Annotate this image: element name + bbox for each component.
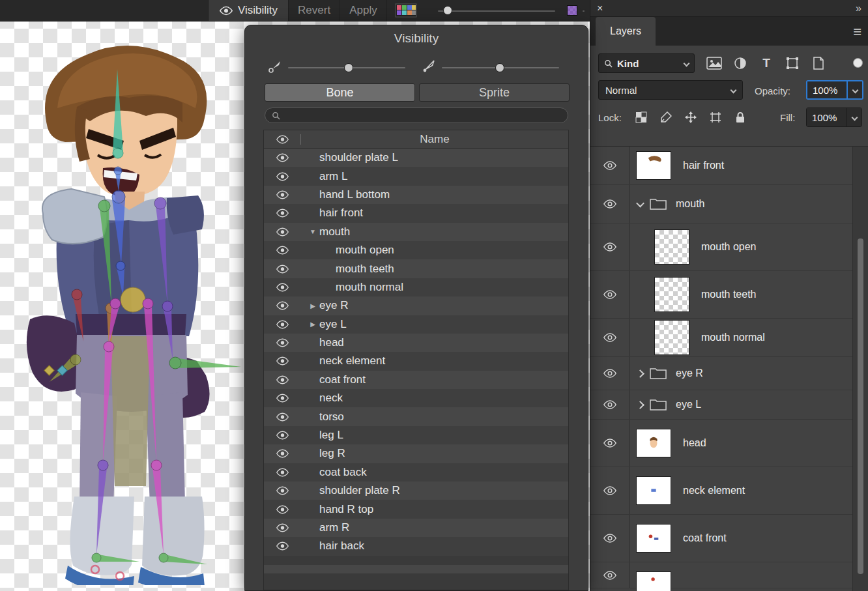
lock-all-icon[interactable]	[732, 110, 748, 124]
visibility-eye-toggle[interactable]	[264, 153, 300, 162]
visibility-eye-toggle[interactable]	[264, 283, 300, 292]
overlay-opacity-slider[interactable]	[438, 10, 555, 12]
layer-thumbnail[interactable]	[654, 320, 689, 355]
visibility-eye-toggle[interactable]	[264, 449, 300, 458]
bone-row[interactable]: hand L bottom	[264, 186, 568, 204]
visibility-eye-toggle[interactable]	[264, 412, 300, 422]
opacity-field[interactable]: 100%	[806, 80, 863, 100]
bone-row[interactable]: torso	[264, 407, 568, 425]
bone-row[interactable]: shoulder plate R	[264, 482, 568, 500]
layer-row[interactable]: eye L	[590, 390, 853, 420]
bone-row[interactable]: coat back	[264, 463, 568, 482]
lock-artboard-icon[interactable]	[708, 110, 723, 124]
bone-search-box[interactable]	[265, 108, 568, 123]
layer-row[interactable]: coat front	[590, 515, 853, 562]
bone-row[interactable]: head	[264, 334, 568, 352]
bone-row[interactable]: coat front	[264, 371, 568, 389]
layer-row[interactable]: mouth normal	[590, 319, 853, 357]
bone-row[interactable]: mouth teeth	[264, 259, 568, 278]
visibility-eye-toggle[interactable]	[264, 394, 300, 403]
visibility-eye-toggle[interactable]	[264, 431, 300, 440]
close-icon[interactable]: ×	[597, 3, 603, 14]
visibility-eye-toggle[interactable]	[264, 246, 300, 255]
group-chevron[interactable]	[636, 401, 644, 409]
tab-sprite[interactable]: Sprite	[419, 83, 570, 102]
bone-row[interactable]: hair back	[264, 537, 568, 555]
visibility-eye-toggle[interactable]	[264, 190, 300, 199]
bone-row[interactable]: mouth open	[264, 241, 568, 259]
layer-visibility-toggle[interactable]	[590, 420, 629, 467]
chevron-down-icon[interactable]	[852, 87, 858, 93]
layer-row[interactable]: mouth open	[590, 223, 853, 271]
visibility-eye-toggle[interactable]	[264, 227, 300, 237]
expand-arrow[interactable]: ▶	[306, 321, 319, 328]
tab-bone[interactable]: Bone	[265, 83, 415, 102]
layer-row[interactable]: mouth	[590, 185, 853, 223]
bone-row[interactable]: arm L	[264, 167, 568, 185]
bone-row[interactable]: leg R	[264, 444, 568, 463]
layer-thumbnail[interactable]	[636, 524, 671, 553]
chevron-down-icon[interactable]	[851, 114, 858, 121]
visibility-eye-toggle[interactable]	[264, 338, 300, 347]
visibility-eye-toggle[interactable]	[264, 505, 300, 514]
filter-kind-dropdown[interactable]: Kind	[598, 53, 695, 73]
layer-row[interactable]: neck element	[590, 467, 853, 515]
layer-visibility-toggle[interactable]	[590, 319, 629, 356]
collapse-panel-icon[interactable]: »	[856, 3, 861, 14]
layer-row[interactable]: head	[590, 420, 853, 467]
layer-thumbnail[interactable]	[636, 429, 671, 457]
layer-visibility-toggle[interactable]	[590, 467, 629, 514]
bone-row[interactable]: arm R	[264, 519, 568, 537]
bone-row[interactable]: ▶ eye R	[264, 296, 568, 315]
bone-row[interactable]: neck	[264, 389, 568, 407]
visibility-toggle-button[interactable]: Visibility	[209, 0, 289, 21]
bone-row[interactable]: shoulder plate L	[264, 149, 568, 167]
visibility-eye-toggle[interactable]	[264, 209, 300, 218]
layer-visibility-toggle[interactable]	[590, 357, 629, 390]
bone-row[interactable]: hand R top	[264, 500, 568, 518]
layer-row[interactable]	[590, 562, 853, 588]
mesh-opacity-knob[interactable]	[495, 63, 504, 72]
bone-row[interactable]: hair front	[264, 204, 568, 222]
layer-visibility-toggle[interactable]	[590, 185, 629, 223]
layer-visibility-toggle[interactable]	[590, 223, 629, 270]
lock-transparency-icon[interactable]	[633, 110, 649, 124]
layer-visibility-toggle[interactable]	[590, 562, 629, 588]
layer-thumbnail[interactable]	[654, 277, 689, 312]
overlay-opacity-knob[interactable]	[443, 6, 452, 15]
revert-button[interactable]: Revert	[289, 0, 340, 21]
expand-arrow[interactable]: ▶	[306, 302, 319, 310]
filter-smart-object-icon[interactable]	[811, 56, 826, 70]
visibility-eye-toggle[interactable]	[264, 523, 300, 532]
layer-thumbnail[interactable]	[636, 571, 671, 591]
bone-row[interactable]: mouth normal	[264, 278, 568, 296]
visibility-eye-toggle[interactable]	[264, 320, 300, 329]
filter-type-layer-icon[interactable]: T	[759, 56, 774, 70]
apply-button[interactable]: Apply	[340, 0, 387, 21]
visibility-eye-toggle[interactable]	[264, 486, 300, 495]
fill-field[interactable]: 100%	[806, 108, 862, 127]
bone-row[interactable]: leg L	[264, 426, 568, 444]
group-chevron[interactable]	[636, 369, 644, 378]
layer-thumbnail[interactable]	[636, 151, 671, 180]
blend-mode-dropdown[interactable]: Normal	[598, 80, 743, 100]
layer-visibility-toggle[interactable]	[590, 147, 629, 184]
palette-icon[interactable]	[395, 3, 417, 18]
group-chevron[interactable]	[636, 199, 644, 207]
bone-row[interactable]: ▶ eye L	[264, 315, 568, 334]
filtering-toggle[interactable]	[853, 58, 863, 68]
lock-pixels-icon[interactable]	[658, 110, 674, 124]
brush-color-swatch[interactable]	[567, 5, 577, 16]
brush-size-slider[interactable]	[583, 10, 585, 12]
bone-opacity-knob[interactable]	[344, 63, 353, 72]
visibility-eye-toggle[interactable]	[264, 301, 300, 310]
fill-value[interactable]: 100%	[807, 108, 847, 126]
visibility-eye-toggle[interactable]	[264, 375, 300, 384]
search-input[interactable]	[284, 110, 545, 121]
panel-menu-icon[interactable]: ≡	[853, 23, 861, 40]
visibility-eye-toggle[interactable]	[264, 172, 300, 181]
opacity-value[interactable]: 100%	[807, 81, 848, 98]
scrollbar-thumb[interactable]	[858, 238, 863, 574]
bone-row[interactable]: ▼ mouth	[264, 223, 568, 241]
filter-pixel-layer-icon[interactable]	[706, 56, 722, 70]
